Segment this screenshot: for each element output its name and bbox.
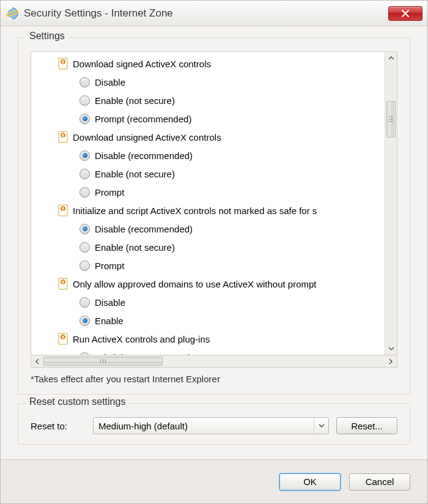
horizontal-scrollbar[interactable] [31,355,397,368]
reset-button[interactable]: Reset... [336,417,397,434]
svg-rect-9 [62,136,64,138]
horizontal-scroll-thumb[interactable] [43,357,163,366]
cancel-button-label: Cancel [366,476,394,487]
activex-icon [58,333,68,345]
settings-group-label: Settings [26,31,68,42]
setting-option-label: Enable [95,316,124,326]
svg-rect-5 [62,63,64,64]
scroll-right-button[interactable] [385,355,397,367]
svg-rect-4 [62,61,64,62]
setting-option-label: Disable (recommended) [95,224,193,234]
setting-option-label: Enable (not secure) [95,95,175,106]
radio-button[interactable] [79,95,90,106]
setting-option[interactable]: Disable (recommended) [31,146,385,165]
svg-rect-13 [62,210,64,211]
setting-option[interactable]: Disable [31,293,385,311]
dialog-body: Settings Download signed ActiveX control… [1,26,427,459]
setting-option[interactable]: Disable [31,73,385,91]
setting-category: Only allow approved domains to use Activ… [31,275,385,293]
ie-icon [6,7,19,20]
svg-rect-16 [62,281,64,283]
setting-option-label: Enable (not secure) [95,169,175,179]
reset-level-select[interactable]: Medium-high (default) [93,417,329,434]
scroll-left-button[interactable] [31,355,43,367]
vertical-scrollbar[interactable] [385,52,397,355]
activex-icon [58,204,68,217]
radio-button[interactable] [79,77,90,87]
setting-option-label: Prompt [95,261,124,271]
setting-category-label: Initialize and script ActiveX controls n… [73,206,317,216]
setting-option-label: Prompt (recommended) [95,114,191,124]
activex-icon [58,57,68,70]
setting-category: Initialize and script ActiveX controls n… [31,201,385,220]
radio-button[interactable] [79,224,90,234]
setting-category-label: Download signed ActiveX controls [73,59,211,69]
radio-button[interactable] [79,352,90,355]
dialog-footer: OK Cancel [1,459,427,503]
setting-option[interactable]: Enable (not secure) [31,91,385,109]
close-button[interactable] [388,6,422,21]
setting-option[interactable]: Prompt [31,183,385,201]
reset-level-value: Medium-high (default) [98,421,314,431]
setting-option[interactable]: Administrator approved [31,348,385,355]
reset-to-label: Reset to: [31,421,86,431]
radio-button[interactable] [79,261,90,271]
svg-rect-21 [62,338,64,339]
setting-option-label: Administrator approved [95,352,190,355]
settings-group: Settings Download signed ActiveX control… [18,37,410,395]
titlebar: Security Settings - Internet Zone [1,1,427,26]
vertical-scroll-track[interactable] [385,64,397,343]
window-title: Security Settings - Internet Zone [24,7,388,20]
setting-option[interactable]: Prompt (recommended) [31,109,385,128]
reset-group: Reset custom settings Reset to: Medium-h… [18,403,410,445]
setting-option[interactable]: Enable (not secure) [31,238,385,256]
setting-option[interactable]: Enable [31,311,385,330]
horizontal-scroll-track[interactable] [43,355,385,367]
radio-button[interactable] [79,169,90,179]
setting-option-label: Disable [95,297,125,308]
restart-note: *Takes effect after you restart Internet… [31,374,397,384]
setting-category-label: Only allow approved domains to use Activ… [73,279,317,289]
svg-rect-20 [62,336,64,338]
activex-icon [58,131,68,143]
setting-option[interactable]: Disable (recommended) [31,220,385,238]
scroll-up-button[interactable] [385,52,397,64]
reset-button-label: Reset... [351,421,383,431]
setting-option-label: Disable (recommended) [95,150,193,161]
setting-category-label: Download unsigned ActiveX controls [73,132,221,143]
setting-category: Run ActiveX controls and plug-ins [31,330,385,348]
svg-rect-17 [62,283,64,284]
reset-group-label: Reset custom settings [26,396,129,407]
setting-option[interactable]: Enable (not secure) [31,165,385,183]
radio-button[interactable] [79,242,90,253]
setting-category-label: Run ActiveX controls and plug-ins [73,334,210,344]
security-settings-window: Security Settings - Internet Zone Settin… [0,0,428,504]
setting-category: Download unsigned ActiveX controls [31,128,385,146]
vertical-scroll-thumb[interactable] [386,101,396,138]
settings-list-box: Download signed ActiveX controlsDisableE… [31,51,397,355]
scroll-down-button[interactable] [385,343,397,355]
ok-button-label: OK [303,476,317,487]
setting-option-label: Enable (not secure) [95,242,175,253]
ok-button[interactable]: OK [279,473,341,491]
settings-list[interactable]: Download signed ActiveX controlsDisableE… [31,52,385,355]
activex-icon [58,278,68,290]
radio-button[interactable] [79,316,90,326]
radio-button[interactable] [79,114,90,124]
setting-option-label: Disable [95,77,125,87]
radio-button[interactable] [79,187,90,198]
chevron-down-icon [314,418,328,434]
radio-button[interactable] [79,150,90,161]
setting-option[interactable]: Prompt [31,256,385,275]
setting-option-label: Prompt [95,187,124,198]
setting-category: Download signed ActiveX controls [31,54,385,73]
svg-rect-12 [62,207,64,209]
cancel-button[interactable]: Cancel [349,473,410,491]
svg-rect-8 [62,134,64,136]
radio-button[interactable] [79,297,90,308]
